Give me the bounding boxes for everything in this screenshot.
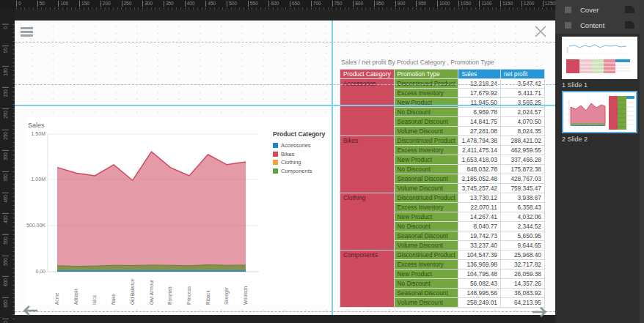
- category-cell[interactable]: Accessories: [340, 79, 395, 136]
- value-cell[interactable]: 14,267.41: [458, 212, 500, 222]
- value-cell[interactable]: 759,345.47: [500, 184, 544, 193]
- table-header-product-category[interactable]: Product Category: [340, 70, 395, 79]
- promotion-cell[interactable]: Discontinued Product: [394, 193, 458, 203]
- slide-canvas[interactable]: Sales 1.50M1.00M500.00K0.00AcmeAditashIs…: [15, 21, 555, 315]
- value-cell[interactable]: 1,653,418.03: [458, 155, 500, 165]
- guide-line-dashed-1[interactable]: [15, 42, 555, 42]
- table-row[interactable]: BikesDiscontinued Product1,478,794.38288…: [340, 136, 545, 146]
- value-cell[interactable]: 14,357.26: [500, 279, 544, 289]
- value-cell[interactable]: 8,040.77: [458, 222, 500, 231]
- sidebar-item-cover[interactable]: Cover: [555, 3, 644, 16]
- value-cell[interactable]: 22,070.11: [458, 203, 500, 212]
- promotion-cell[interactable]: Discontinued Product: [394, 136, 458, 146]
- promotion-cell[interactable]: Volume Discount: [394, 127, 458, 136]
- value-cell[interactable]: 3,938.67: [500, 193, 544, 203]
- promotion-cell[interactable]: New Product: [394, 212, 458, 222]
- next-slide-arrow[interactable]: [532, 306, 550, 318]
- promotion-cell[interactable]: Discontinued Product: [394, 250, 458, 260]
- value-cell[interactable]: 6,969.78: [458, 108, 500, 117]
- value-cell[interactable]: 14,841.75: [458, 117, 500, 127]
- promotion-cell[interactable]: No Discount: [394, 108, 458, 117]
- value-cell[interactable]: 32,717.82: [500, 260, 544, 270]
- value-cell[interactable]: 2,024.57: [500, 108, 544, 117]
- value-cell[interactable]: 175,872.38: [500, 165, 544, 174]
- value-cell[interactable]: 25,968.40: [500, 250, 544, 260]
- table-header-sales[interactable]: Sales: [458, 70, 500, 79]
- value-cell[interactable]: 462,959.55: [500, 146, 544, 155]
- value-cell[interactable]: 848,032.78: [458, 165, 500, 174]
- promotion-cell[interactable]: Volume Discount: [394, 241, 458, 250]
- table-header-net-profit[interactable]: net profit: [500, 70, 544, 79]
- close-icon[interactable]: [534, 25, 547, 38]
- value-cell[interactable]: 337,466.28: [500, 155, 544, 165]
- slide-1-thumbnail[interactable]: [562, 37, 637, 79]
- promotion-cell[interactable]: No Discount: [394, 222, 458, 231]
- promotion-cell[interactable]: Volume Discount: [394, 298, 458, 308]
- legend-item[interactable]: Clothing: [273, 159, 332, 166]
- value-cell[interactable]: 258,249.01: [458, 298, 500, 308]
- menu-icon[interactable]: [21, 27, 33, 37]
- value-cell[interactable]: 2,344.52: [500, 222, 544, 231]
- sidebar-item-content[interactable]: Content: [555, 18, 644, 31]
- table-row[interactable]: ComponentsDiscontinued Product104,547.39…: [340, 250, 545, 260]
- table-header-promotion-type[interactable]: Promotion Type: [394, 70, 458, 79]
- slide-2-label[interactable]: 2 Slide 2: [562, 135, 588, 143]
- promotion-cell[interactable]: No Discount: [394, 279, 458, 289]
- promotion-cell[interactable]: Volume Discount: [394, 184, 458, 193]
- horizontal-ruler[interactable]: 0501001502002503003504004505005506006507…: [0, 0, 555, 10]
- value-cell[interactable]: 5,411.71: [500, 89, 544, 98]
- value-cell[interactable]: 2,185,052.48: [458, 174, 500, 184]
- promotion-cell[interactable]: New Product: [394, 270, 458, 279]
- promotion-cell[interactable]: Excess Inventory: [394, 89, 458, 98]
- vertical-ruler[interactable]: 0501001502002503003504004505005506006507…: [0, 10, 15, 323]
- slide-1-label[interactable]: 1 Slide 1: [562, 81, 588, 89]
- table-row[interactable]: ClothingDiscontinued Product13,730.123,9…: [340, 193, 545, 203]
- legend-item[interactable]: Accessories: [273, 142, 332, 149]
- checkbox-icon[interactable]: [565, 7, 571, 13]
- value-cell[interactable]: 4,032.06: [500, 212, 544, 222]
- promotion-cell[interactable]: Seasonal Discount: [394, 117, 458, 127]
- table-row[interactable]: AccessoriesDiscontinued Product12,218.24…: [340, 79, 545, 89]
- value-cell[interactable]: 428,767.03: [500, 174, 544, 184]
- promotion-cell[interactable]: New Product: [394, 155, 458, 165]
- previous-slide-arrow[interactable]: [20, 305, 38, 316]
- value-cell[interactable]: 1,478,794.38: [458, 136, 500, 146]
- legend-item[interactable]: Components: [273, 168, 332, 174]
- value-cell[interactable]: 4,070.50: [500, 117, 544, 127]
- value-cell[interactable]: 6,358.43: [500, 203, 544, 212]
- promotion-cell[interactable]: No Discount: [394, 165, 458, 174]
- value-cell[interactable]: 33,237.40: [458, 241, 500, 250]
- guide-line-vertical[interactable]: [332, 21, 333, 315]
- value-cell[interactable]: 13,730.12: [458, 193, 500, 203]
- promotion-cell[interactable]: Discontinued Product: [394, 79, 458, 89]
- slide-2-thumbnail[interactable]: [562, 91, 637, 133]
- promotion-cell[interactable]: Seasonal Discount: [394, 289, 458, 298]
- category-cell[interactable]: Components: [340, 250, 395, 308]
- value-cell[interactable]: 36,083.92: [500, 289, 544, 298]
- category-cell[interactable]: Clothing: [340, 193, 395, 250]
- promotion-cell[interactable]: Excess Inventory: [394, 146, 458, 155]
- value-cell[interactable]: 26,059.38: [500, 270, 544, 279]
- promotion-cell[interactable]: Seasonal Discount: [394, 231, 458, 241]
- value-cell[interactable]: 5,650.95: [500, 231, 544, 241]
- guide-line-dashed-3[interactable]: [15, 311, 555, 312]
- value-cell[interactable]: 3,745,257.42: [458, 184, 500, 193]
- value-cell[interactable]: 2,411,475.14: [458, 146, 500, 155]
- value-cell[interactable]: 104,547.39: [458, 250, 500, 260]
- value-cell[interactable]: 56,082.43: [458, 279, 500, 289]
- value-cell[interactable]: 148,995.56: [458, 289, 500, 298]
- value-cell[interactable]: 288,421.02: [500, 136, 544, 146]
- checkbox-icon[interactable]: [565, 22, 571, 29]
- category-cell[interactable]: Bikes: [340, 136, 395, 193]
- value-cell[interactable]: 136,969.98: [458, 260, 500, 270]
- promotion-cell[interactable]: Excess Inventory: [394, 260, 458, 270]
- value-cell[interactable]: 17,679.92: [458, 89, 500, 98]
- value-cell[interactable]: 3,547.42: [500, 79, 544, 89]
- promotion-cell[interactable]: Excess Inventory: [394, 203, 458, 212]
- value-cell[interactable]: 12,218.24: [458, 79, 500, 89]
- legend-item[interactable]: Bikes: [273, 151, 332, 157]
- value-cell[interactable]: 19,742.73: [458, 231, 500, 241]
- value-cell[interactable]: 104,795.48: [458, 270, 500, 279]
- guide-line-dashed-2[interactable]: [15, 84, 555, 85]
- promotion-cell[interactable]: Seasonal Discount: [394, 174, 458, 184]
